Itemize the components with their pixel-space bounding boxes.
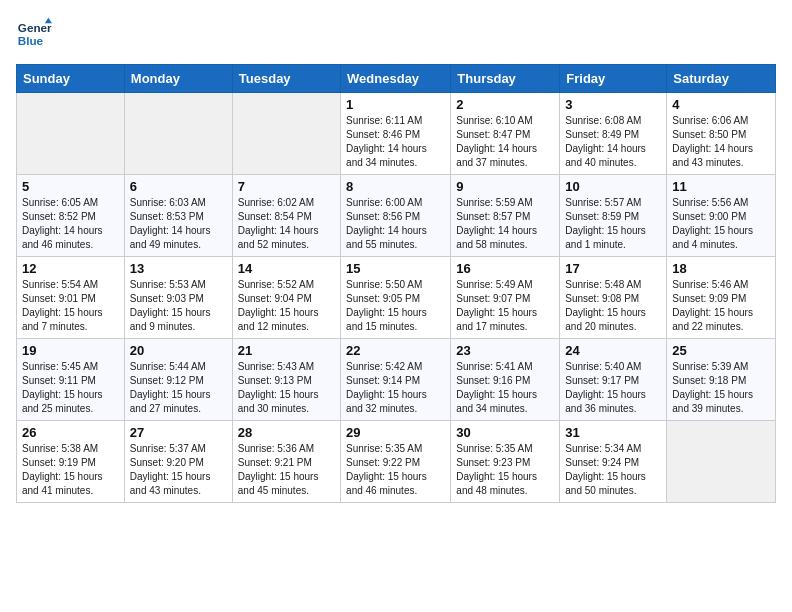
day-number: 8	[346, 179, 445, 194]
calendar-cell: 30Sunrise: 5:35 AM Sunset: 9:23 PM Dayli…	[451, 421, 560, 503]
day-number: 1	[346, 97, 445, 112]
calendar-cell: 27Sunrise: 5:37 AM Sunset: 9:20 PM Dayli…	[124, 421, 232, 503]
day-number: 25	[672, 343, 770, 358]
calendar-cell: 1Sunrise: 6:11 AM Sunset: 8:46 PM Daylig…	[341, 93, 451, 175]
calendar-cell	[667, 421, 776, 503]
day-info: Sunrise: 5:41 AM Sunset: 9:16 PM Dayligh…	[456, 360, 554, 416]
calendar-cell: 17Sunrise: 5:48 AM Sunset: 9:08 PM Dayli…	[560, 257, 667, 339]
calendar-cell: 23Sunrise: 5:41 AM Sunset: 9:16 PM Dayli…	[451, 339, 560, 421]
day-number: 6	[130, 179, 227, 194]
calendar-cell: 12Sunrise: 5:54 AM Sunset: 9:01 PM Dayli…	[17, 257, 125, 339]
day-info: Sunrise: 5:48 AM Sunset: 9:08 PM Dayligh…	[565, 278, 661, 334]
weekday-header-wednesday: Wednesday	[341, 65, 451, 93]
day-info: Sunrise: 5:54 AM Sunset: 9:01 PM Dayligh…	[22, 278, 119, 334]
calendar-cell	[17, 93, 125, 175]
day-number: 4	[672, 97, 770, 112]
day-number: 27	[130, 425, 227, 440]
weekday-header-monday: Monday	[124, 65, 232, 93]
calendar-cell: 16Sunrise: 5:49 AM Sunset: 9:07 PM Dayli…	[451, 257, 560, 339]
day-info: Sunrise: 5:39 AM Sunset: 9:18 PM Dayligh…	[672, 360, 770, 416]
weekday-header-thursday: Thursday	[451, 65, 560, 93]
calendar-week-row: 1Sunrise: 6:11 AM Sunset: 8:46 PM Daylig…	[17, 93, 776, 175]
day-number: 22	[346, 343, 445, 358]
day-number: 14	[238, 261, 335, 276]
day-number: 30	[456, 425, 554, 440]
calendar-cell: 5Sunrise: 6:05 AM Sunset: 8:52 PM Daylig…	[17, 175, 125, 257]
day-info: Sunrise: 5:35 AM Sunset: 9:22 PM Dayligh…	[346, 442, 445, 498]
calendar-cell: 29Sunrise: 5:35 AM Sunset: 9:22 PM Dayli…	[341, 421, 451, 503]
day-number: 28	[238, 425, 335, 440]
calendar-cell: 28Sunrise: 5:36 AM Sunset: 9:21 PM Dayli…	[232, 421, 340, 503]
day-info: Sunrise: 6:11 AM Sunset: 8:46 PM Dayligh…	[346, 114, 445, 170]
day-info: Sunrise: 6:02 AM Sunset: 8:54 PM Dayligh…	[238, 196, 335, 252]
logo-icon: General Blue	[16, 16, 52, 52]
weekday-header-saturday: Saturday	[667, 65, 776, 93]
day-info: Sunrise: 6:00 AM Sunset: 8:56 PM Dayligh…	[346, 196, 445, 252]
calendar-cell: 18Sunrise: 5:46 AM Sunset: 9:09 PM Dayli…	[667, 257, 776, 339]
calendar-week-row: 12Sunrise: 5:54 AM Sunset: 9:01 PM Dayli…	[17, 257, 776, 339]
day-number: 19	[22, 343, 119, 358]
calendar-cell: 31Sunrise: 5:34 AM Sunset: 9:24 PM Dayli…	[560, 421, 667, 503]
day-info: Sunrise: 5:50 AM Sunset: 9:05 PM Dayligh…	[346, 278, 445, 334]
day-info: Sunrise: 5:52 AM Sunset: 9:04 PM Dayligh…	[238, 278, 335, 334]
calendar-cell: 22Sunrise: 5:42 AM Sunset: 9:14 PM Dayli…	[341, 339, 451, 421]
day-info: Sunrise: 5:59 AM Sunset: 8:57 PM Dayligh…	[456, 196, 554, 252]
calendar-cell: 2Sunrise: 6:10 AM Sunset: 8:47 PM Daylig…	[451, 93, 560, 175]
day-number: 24	[565, 343, 661, 358]
day-info: Sunrise: 5:37 AM Sunset: 9:20 PM Dayligh…	[130, 442, 227, 498]
page-header: General Blue	[16, 16, 776, 52]
calendar-cell: 25Sunrise: 5:39 AM Sunset: 9:18 PM Dayli…	[667, 339, 776, 421]
day-info: Sunrise: 5:42 AM Sunset: 9:14 PM Dayligh…	[346, 360, 445, 416]
day-info: Sunrise: 6:10 AM Sunset: 8:47 PM Dayligh…	[456, 114, 554, 170]
calendar-cell	[232, 93, 340, 175]
day-number: 23	[456, 343, 554, 358]
day-number: 18	[672, 261, 770, 276]
day-number: 20	[130, 343, 227, 358]
day-info: Sunrise: 5:40 AM Sunset: 9:17 PM Dayligh…	[565, 360, 661, 416]
calendar-cell: 15Sunrise: 5:50 AM Sunset: 9:05 PM Dayli…	[341, 257, 451, 339]
day-info: Sunrise: 5:53 AM Sunset: 9:03 PM Dayligh…	[130, 278, 227, 334]
day-number: 15	[346, 261, 445, 276]
calendar-cell: 4Sunrise: 6:06 AM Sunset: 8:50 PM Daylig…	[667, 93, 776, 175]
day-info: Sunrise: 5:44 AM Sunset: 9:12 PM Dayligh…	[130, 360, 227, 416]
day-number: 16	[456, 261, 554, 276]
weekday-header-sunday: Sunday	[17, 65, 125, 93]
day-number: 2	[456, 97, 554, 112]
calendar-cell: 10Sunrise: 5:57 AM Sunset: 8:59 PM Dayli…	[560, 175, 667, 257]
calendar-cell: 21Sunrise: 5:43 AM Sunset: 9:13 PM Dayli…	[232, 339, 340, 421]
weekday-header-tuesday: Tuesday	[232, 65, 340, 93]
day-number: 31	[565, 425, 661, 440]
calendar-cell	[124, 93, 232, 175]
day-number: 3	[565, 97, 661, 112]
day-info: Sunrise: 5:46 AM Sunset: 9:09 PM Dayligh…	[672, 278, 770, 334]
day-info: Sunrise: 5:57 AM Sunset: 8:59 PM Dayligh…	[565, 196, 661, 252]
day-info: Sunrise: 6:08 AM Sunset: 8:49 PM Dayligh…	[565, 114, 661, 170]
calendar-cell: 3Sunrise: 6:08 AM Sunset: 8:49 PM Daylig…	[560, 93, 667, 175]
calendar-cell: 9Sunrise: 5:59 AM Sunset: 8:57 PM Daylig…	[451, 175, 560, 257]
calendar-cell: 24Sunrise: 5:40 AM Sunset: 9:17 PM Dayli…	[560, 339, 667, 421]
day-info: Sunrise: 6:03 AM Sunset: 8:53 PM Dayligh…	[130, 196, 227, 252]
day-number: 11	[672, 179, 770, 194]
svg-text:Blue: Blue	[18, 34, 44, 47]
day-number: 17	[565, 261, 661, 276]
day-info: Sunrise: 6:06 AM Sunset: 8:50 PM Dayligh…	[672, 114, 770, 170]
calendar-cell: 11Sunrise: 5:56 AM Sunset: 9:00 PM Dayli…	[667, 175, 776, 257]
calendar-week-row: 19Sunrise: 5:45 AM Sunset: 9:11 PM Dayli…	[17, 339, 776, 421]
day-info: Sunrise: 5:38 AM Sunset: 9:19 PM Dayligh…	[22, 442, 119, 498]
day-number: 13	[130, 261, 227, 276]
day-number: 9	[456, 179, 554, 194]
day-number: 10	[565, 179, 661, 194]
calendar-cell: 19Sunrise: 5:45 AM Sunset: 9:11 PM Dayli…	[17, 339, 125, 421]
calendar-cell: 6Sunrise: 6:03 AM Sunset: 8:53 PM Daylig…	[124, 175, 232, 257]
calendar-cell: 20Sunrise: 5:44 AM Sunset: 9:12 PM Dayli…	[124, 339, 232, 421]
day-info: Sunrise: 5:35 AM Sunset: 9:23 PM Dayligh…	[456, 442, 554, 498]
logo: General Blue	[16, 16, 56, 52]
calendar-cell: 14Sunrise: 5:52 AM Sunset: 9:04 PM Dayli…	[232, 257, 340, 339]
calendar-cell: 26Sunrise: 5:38 AM Sunset: 9:19 PM Dayli…	[17, 421, 125, 503]
calendar-cell: 13Sunrise: 5:53 AM Sunset: 9:03 PM Dayli…	[124, 257, 232, 339]
calendar-header-row: SundayMondayTuesdayWednesdayThursdayFrid…	[17, 65, 776, 93]
day-info: Sunrise: 6:05 AM Sunset: 8:52 PM Dayligh…	[22, 196, 119, 252]
day-number: 21	[238, 343, 335, 358]
calendar-cell: 8Sunrise: 6:00 AM Sunset: 8:56 PM Daylig…	[341, 175, 451, 257]
day-number: 12	[22, 261, 119, 276]
